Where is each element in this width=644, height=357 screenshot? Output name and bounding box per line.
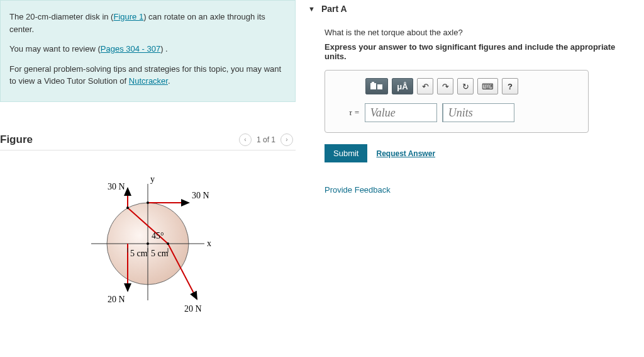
svg-text:30 N: 30 N [108,182,125,191]
svg-text:30 N: 30 N [192,191,209,200]
undo-button[interactable]: ↶ [417,78,433,94]
svg-point-20 [126,207,129,209]
figure-link[interactable]: Figure 1 [113,12,143,21]
formula-toolbar: μÅ ↶ ↷ ↻ ⌨ ? [365,78,577,94]
templates-button[interactable] [365,78,388,94]
question-text: What is the net torque about the axle? [325,28,638,37]
reset-button[interactable]: ↻ [457,78,474,94]
figure-header: Figure ‹ 1 of 1 › [0,133,296,150]
provide-feedback-link[interactable]: Provide Feedback [325,185,638,195]
svg-text:x: x [207,239,211,248]
svg-point-21 [147,201,149,204]
intro-p1: The 20-cm-diameter disk in (Figure 1) ca… [9,11,286,35]
value-input[interactable] [365,103,437,122]
svg-text:y: y [150,174,155,184]
redo-button[interactable]: ↷ [437,78,453,94]
figure-pager: ‹ 1 of 1 › [239,133,293,146]
intro-p3: For general problem-solving tips and str… [9,63,286,88]
svg-rect-26 [377,84,382,89]
text: ) . [160,44,168,54]
svg-point-23 [147,242,149,245]
svg-text:45°: 45° [152,231,164,241]
units-input[interactable] [442,103,514,122]
figure-body: y x 30 N 30 N 20 N 20 N 45° 5 cm 5 cm [0,150,296,331]
submit-button[interactable]: Submit [325,144,367,162]
tutor-link[interactable]: Nutcracker [129,76,168,86]
caret-down-icon: ▼ [308,5,315,13]
tau-label: τ = [349,108,360,118]
svg-text:20 N: 20 N [108,295,125,304]
text: . [168,76,170,86]
intro-box: The 20-cm-diameter disk in (Figure 1) ca… [0,0,296,102]
intro-p2: You may want to review (Pages 304 - 307)… [9,43,286,55]
pager-next-button[interactable]: › [280,133,293,146]
svg-rect-25 [372,82,374,84]
figure-title: Figure [0,133,33,146]
svg-text:5 cm: 5 cm [130,249,148,258]
pager-text: 1 of 1 [257,135,275,144]
answer-box: μÅ ↶ ↷ ↻ ⌨ ? τ = [325,70,589,133]
svg-text:20 N: 20 N [184,304,202,314]
keyboard-button[interactable]: ⌨ [477,78,498,94]
request-answer-link[interactable]: Request Answer [376,149,435,158]
part-a-title: Part A [321,4,347,14]
help-button[interactable]: ? [502,78,518,94]
instruction-text: Express your answer to two significant f… [325,42,638,61]
part-a-header[interactable]: ▼ Part A [308,0,638,18]
pages-link[interactable]: Pages 304 - 307 [101,44,160,54]
svg-text:5 cm: 5 cm [151,249,169,258]
text: You may want to review ( [9,44,101,54]
greek-chars-button[interactable]: μÅ [392,78,413,94]
text: The 20-cm-diameter disk in ( [9,12,113,21]
figure-diagram: y x 30 N 30 N 20 N 20 N 45° 5 cm 5 cm [60,162,236,319]
svg-point-22 [167,242,169,245]
pager-prev-button[interactable]: ‹ [239,133,252,146]
